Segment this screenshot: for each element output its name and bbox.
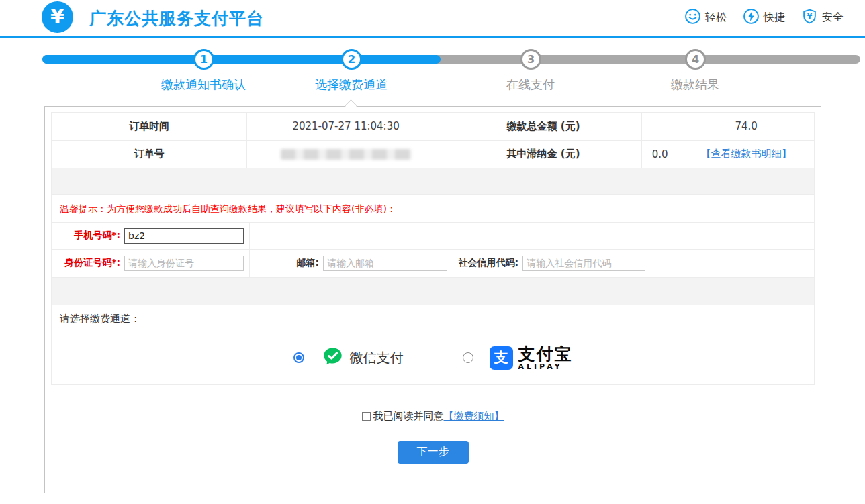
payment-options: 微信支付 支 支付宝 ALIPAY [52, 332, 814, 384]
table-row: 订单时间 2021-07-27 11:04:30 缴款总金额 (元) 74.0 [52, 113, 814, 140]
order-time-value: 2021-07-27 11:04:30 [247, 113, 445, 140]
order-sheet: 订单时间 2021-07-27 11:04:30 缴款总金额 (元) 74.0 … [51, 112, 815, 385]
email-label: 邮箱: [297, 257, 320, 269]
late-fee-value: 0.0 [641, 140, 678, 168]
alipay-name-en: ALIPAY [518, 363, 573, 370]
badge-easy: 轻松 [684, 8, 727, 28]
email-input[interactable] [323, 256, 447, 271]
form-row-phone: 手机号码*: [52, 223, 814, 250]
progress-bar-fill [42, 55, 441, 64]
alipay-wordmark: 支付宝 ALIPAY [518, 346, 573, 370]
smiley-icon [684, 8, 701, 28]
total-amount-label: 缴款总金额 (元) [445, 113, 642, 140]
form-row-identity: 身份证号码*: 邮箱: 社会信用代码: [52, 250, 814, 278]
wechat-pay-icon [322, 346, 344, 370]
alipay-radio[interactable] [463, 352, 473, 363]
badge-safe: ¥ 安全 [801, 8, 844, 28]
next-step-button[interactable]: 下一步 [398, 441, 469, 464]
id-cell: 身份证号码*: [52, 250, 250, 277]
header-divider [0, 36, 865, 38]
phone-cell: 手机号码*: [52, 223, 250, 249]
notice-tip: 温馨提示：为方便您缴款成功后自助查询缴款结果，建议填写以下内容(非必填)： [52, 195, 814, 223]
detail-link-cell: 【查看缴款书明细】 [678, 140, 814, 168]
step-3-circle: 3 [520, 49, 541, 70]
late-fee-label: 其中滞纳金 (元) [445, 140, 642, 168]
phone-input[interactable] [124, 228, 244, 244]
alipay-name-cn: 支付宝 [518, 346, 573, 362]
step-1-label: 缴款通知书确认 [130, 77, 277, 93]
email-cell: 邮箱: [250, 250, 453, 277]
agreement-text: 我已阅读并同意 [373, 410, 444, 423]
payment-panel: 订单时间 2021-07-27 11:04:30 缴款总金额 (元) 74.0 … [44, 106, 821, 493]
empty-cell [651, 250, 814, 277]
id-number-input[interactable] [124, 256, 244, 271]
header-badges: 轻松 快捷 ¥ 安全 [684, 0, 844, 36]
step-3-label: 在线支付 [457, 77, 604, 93]
order-number-redacted [281, 149, 412, 160]
badge-safe-label: 安全 [822, 11, 844, 25]
step-2-circle: 2 [341, 49, 362, 70]
channel-section-label: 请选择缴费通道： [52, 305, 814, 332]
order-no-cell [247, 140, 445, 168]
empty-cell [250, 223, 814, 249]
spacer-band [52, 278, 814, 305]
order-no-label: 订单号 [52, 140, 247, 168]
credit-code-label: 社会信用代码: [459, 257, 519, 269]
wechat-pay-radio[interactable] [293, 352, 304, 363]
credit-code-cell: 社会信用代码: [453, 250, 651, 277]
shield-yuan-icon: ¥ [801, 8, 818, 28]
platform-logo-yuan-icon: ¥ [42, 1, 73, 33]
phone-label: 手机号码*: [74, 230, 120, 242]
logo-symbol: ¥ [50, 5, 64, 28]
table-row: 订单号 其中滞纳金 (元) 0.0 【查看缴款书明细】 [52, 140, 814, 168]
alipay-option[interactable]: 支 支付宝 ALIPAY [463, 346, 573, 370]
badge-easy-label: 轻松 [705, 11, 727, 25]
wechat-pay-label: 微信支付 [350, 349, 404, 367]
total-amount-value: 74.0 [678, 113, 814, 140]
view-payment-detail-link[interactable]: 【查看缴款书明细】 [701, 148, 792, 160]
svg-text:¥: ¥ [807, 12, 813, 21]
badge-fast: 快捷 [743, 8, 785, 28]
id-number-label: 身份证号码*: [64, 257, 120, 269]
lightning-icon [743, 8, 760, 28]
wechat-pay-option[interactable]: 微信支付 [293, 346, 404, 370]
badge-fast-label: 快捷 [764, 11, 785, 25]
step-1-circle: 1 [193, 49, 214, 70]
step-4-circle: 4 [685, 49, 706, 70]
step-4-label: 缴款结果 [621, 77, 769, 93]
app-header: ¥ 广东公共服务支付平台 轻松 快捷 [0, 0, 865, 36]
order-time-label: 订单时间 [52, 113, 247, 140]
alipay-logo-icon: 支 [490, 346, 513, 370]
payment-notice-link[interactable]: 【缴费须知】 [444, 410, 504, 423]
agreement-checkbox[interactable] [362, 412, 371, 421]
credit-code-input[interactable] [522, 256, 645, 271]
page-title: 广东公共服务支付平台 [89, 7, 264, 30]
spacer-band [52, 168, 814, 195]
agreement-row: 我已阅读并同意 【缴费须知】 [51, 410, 815, 423]
order-info-table: 订单时间 2021-07-27 11:04:30 缴款总金额 (元) 74.0 … [52, 113, 814, 168]
step-2-label: 选择缴费通道 [277, 77, 425, 93]
next-button-row: 下一步 [51, 441, 815, 464]
empty-cell [641, 113, 678, 140]
progress-bar [42, 55, 860, 64]
